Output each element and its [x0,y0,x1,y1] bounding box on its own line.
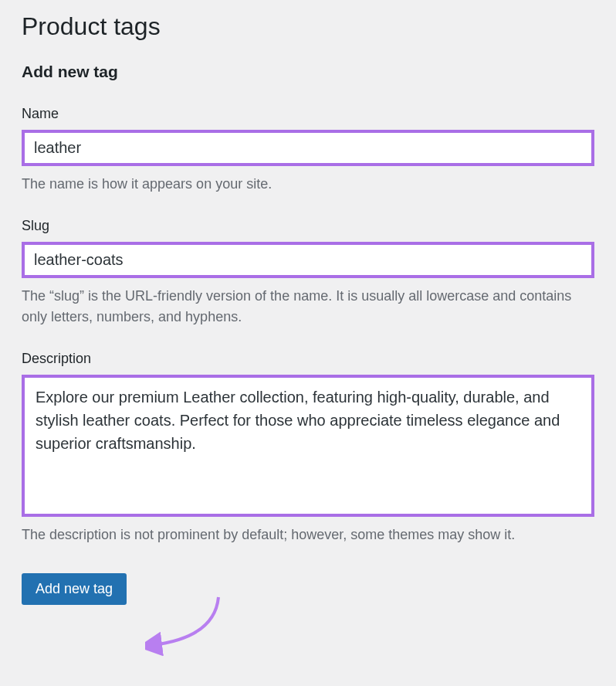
name-label: Name [22,106,594,122]
slug-label: Slug [22,218,594,234]
name-help-text: The name is how it appears on your site. [22,174,594,195]
name-field: Name The name is how it appears on your … [22,106,594,195]
slug-field: Slug The “slug” is the URL-friendly vers… [22,218,594,328]
description-field: Description The description is not promi… [22,351,594,545]
slug-highlight [22,242,594,278]
arrow-annotation-icon [145,595,238,664]
description-highlight [22,375,594,517]
name-highlight [22,130,594,166]
add-new-tag-button[interactable]: Add new tag [22,573,127,605]
description-input[interactable] [25,378,591,511]
section-subtitle: Add new tag [22,63,594,106]
slug-help-text: The “slug” is the URL-friendly version o… [22,286,594,328]
slug-input[interactable] [25,245,591,275]
description-help-text: The description is not prominent by defa… [22,525,594,545]
page-title: Product tags [22,0,594,63]
name-input[interactable] [25,133,591,163]
description-label: Description [22,351,594,367]
